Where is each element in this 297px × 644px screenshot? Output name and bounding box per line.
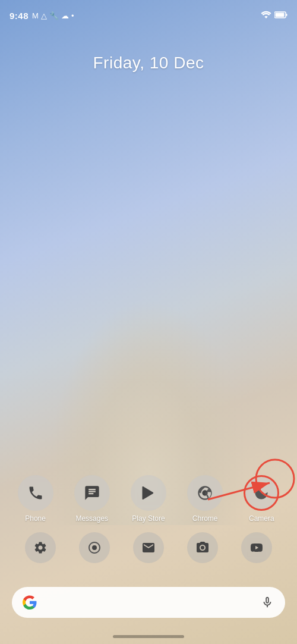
small-youtube-icon[interactable] — [241, 532, 272, 563]
wifi-icon — [261, 11, 271, 21]
playstore-label: Play Store — [132, 514, 165, 523]
app-playstore[interactable]: Play Store — [125, 475, 172, 523]
phone-label: Phone — [25, 514, 46, 523]
search-bar[interactable] — [12, 587, 285, 618]
svg-rect-1 — [276, 12, 285, 17]
youtube-icon — [249, 541, 264, 555]
chrome-icon — [197, 485, 213, 501]
camera-accessibility-icon — [253, 485, 270, 501]
app-camera[interactable]: Camera — [238, 475, 285, 523]
chrome-icon-circle[interactable] — [187, 475, 223, 511]
phone-icon-circle[interactable] — [18, 475, 53, 511]
phone-icon — [27, 485, 44, 501]
camera-alt-icon — [195, 541, 210, 555]
wrench-status-icon: 🔧 — [49, 11, 59, 20]
camera-label: Camera — [249, 514, 274, 523]
messages-label: Messages — [75, 514, 108, 523]
status-right — [261, 11, 287, 21]
camera-icon-circle[interactable] — [244, 475, 279, 511]
chrome-alt-icon — [87, 541, 102, 555]
date-text: Friday, 10 Dec — [93, 54, 204, 72]
status-time: 9:48 — [10, 11, 29, 21]
secondary-app-row — [7, 532, 290, 563]
google-logo — [21, 594, 38, 611]
svg-rect-2 — [286, 14, 287, 16]
app-phone[interactable]: Phone — [12, 475, 59, 523]
mic-icon[interactable] — [259, 594, 276, 611]
status-icons: M △ 🔧 ☁ • — [32, 11, 74, 20]
playstore-icon-circle[interactable] — [131, 475, 166, 511]
messages-icon — [84, 485, 100, 501]
main-app-row: Phone Messages Play Store — [7, 475, 290, 523]
svg-point-4 — [92, 545, 97, 550]
settings-icon — [33, 541, 48, 555]
playstore-icon — [140, 485, 157, 501]
dock-area: Phone Messages Play Store — [0, 475, 297, 573]
small-chrome-icon[interactable] — [79, 532, 110, 563]
drive-status-icon: △ — [41, 11, 47, 20]
app-messages[interactable]: Messages — [68, 475, 116, 523]
date-display: Friday, 10 Dec — [0, 54, 297, 73]
small-gmail-icon[interactable] — [133, 532, 164, 563]
home-indicator — [113, 635, 184, 638]
battery-icon — [274, 11, 287, 20]
app-chrome[interactable]: Chrome — [181, 475, 229, 523]
gmail-status-icon: M — [32, 11, 39, 20]
cloud-status-icon: ☁ — [61, 11, 69, 20]
chrome-label: Chrome — [192, 514, 218, 523]
gmail-icon — [141, 541, 156, 555]
status-bar: 9:48 M △ 🔧 ☁ • — [0, 0, 297, 26]
small-camera-icon[interactable] — [187, 532, 218, 563]
status-left: 9:48 M △ 🔧 ☁ • — [10, 11, 74, 21]
messages-icon-circle[interactable] — [74, 475, 110, 511]
small-settings-icon[interactable] — [25, 532, 56, 563]
dot-status-icon: • — [71, 11, 74, 20]
